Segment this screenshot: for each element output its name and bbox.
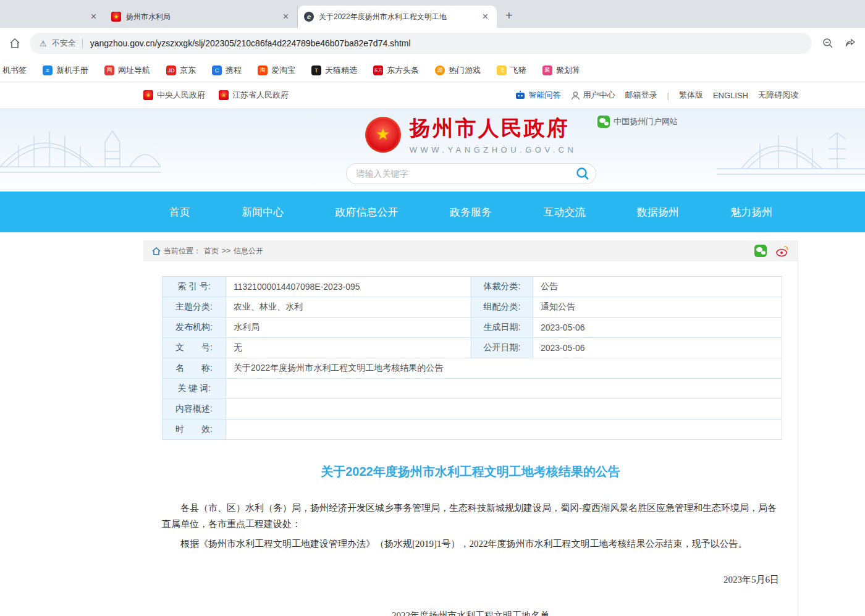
search-icon[interactable] [575,166,590,181]
tab-partial[interactable]: × [0,6,105,28]
bookmark-item[interactable]: JD 京东 [166,65,196,76]
tab-title: 关于2022年度扬州市水利工程文明工地 [319,12,475,22]
article-paragraph: 根据《扬州市水利工程文明工地建设管理办法》（扬水规[2019]1号），2022年… [162,536,779,552]
juhuasuan-icon: 聚 [542,65,552,75]
gov-link-label: 中央人民政府 [157,90,205,101]
bookmarks-bar: 机书签 ≡ 新机手册 网 网址导航 JD 京东 C 携程 淘 爱淘宝 T 天猫精… [0,59,865,82]
nav-interaction[interactable]: 互动交流 [543,205,585,219]
meta-label: 索 引 号: [162,277,226,297]
bookmark-item[interactable]: ≡ 新机手册 [43,65,88,76]
tab-water-bureau[interactable]: ★ 扬州市水利局 × [105,6,298,28]
meta-label: 组配分类: [471,297,533,318]
document-meta-table: 索 引 号: 11321000014407098E-2023-095 体裁分类:… [162,276,782,440]
site-favicon-icon: e [304,12,314,22]
meta-value: 农业、林业、水利 [226,297,471,318]
util-link-label: 邮箱登录 [625,90,657,101]
nav-data[interactable]: 数据扬州 [637,205,679,219]
not-secure-warning-icon: ⚠ [40,39,47,48]
meta-label: 时 效: [162,420,226,440]
meta-label: 关 键 词: [162,379,226,399]
bookmark-item[interactable]: 机书签 [2,65,27,76]
security-label[interactable]: 不安全 [52,38,76,49]
national-emblem-icon: ★ [365,117,401,153]
bookmark-label: 京东 [180,65,196,76]
home-icon[interactable] [9,37,21,49]
home-icon [152,247,161,255]
share-icon[interactable] [844,37,856,49]
breadcrumb-separator: >> [222,247,230,255]
gov-emblem-icon: ★ [111,12,121,22]
site-url-text: WWW.YANGZHOU.GOV.CN [410,145,577,154]
link-smart-qa[interactable]: 智能问答 [515,90,561,101]
meta-value [226,420,782,440]
address-bar: ⚠ 不安全 yangzhou.gov.cn/yzszxxgk/slj/20230… [0,28,865,59]
divider: | [667,91,669,100]
bookmark-label: 飞猪 [510,65,526,76]
bookmark-label: 新机手册 [56,65,88,76]
meta-label: 名 称: [162,358,226,379]
link-accessibility[interactable]: 无障碍阅读 [758,90,798,101]
bookmark-item[interactable]: 游 热门游戏 [435,65,481,76]
breadcrumb-current-link[interactable]: 信息公开 [234,246,263,256]
meta-value: 2023-05-06 [533,338,782,358]
divider [82,38,83,48]
meta-label: 内容概述: [162,399,226,420]
close-icon[interactable]: × [88,11,99,23]
nav-home[interactable]: 首页 [169,205,190,219]
link-user-center[interactable]: 用户中心 [571,90,615,101]
link-english[interactable]: ENGLISH [713,91,748,100]
nav-services[interactable]: 政务服务 [450,205,492,219]
tab-active-announcement[interactable]: e 关于2022年度扬州市水利工程文明工地 × [298,6,497,28]
article-title: 关于2022年度扬州市水利工程文明工地考核结果的公告 [143,463,798,480]
meta-value: 水利局 [226,318,471,338]
bookmark-label: 天猫精选 [325,65,357,76]
url-text[interactable]: yangzhou.gov.cn/yzszxxgk/slj/202305/210c… [90,38,411,48]
util-link-label: 繁体版 [679,90,703,101]
games-icon: 游 [435,65,445,75]
util-link-label: 用户中心 [583,90,615,101]
robot-icon [515,90,526,100]
share-weibo-icon[interactable] [775,244,789,258]
bookmark-item[interactable]: T 天猫精选 [311,65,357,76]
jd-icon: JD [166,65,176,75]
bookmark-item[interactable]: C 携程 [212,65,242,76]
link-traditional-chinese[interactable]: 繁体版 [679,90,703,101]
meta-label: 体裁分类: [471,277,533,297]
search-input[interactable] [346,163,596,184]
bookmark-label: 聚划算 [556,65,580,76]
portal-site-link[interactable]: 中国扬州门户网站 [597,116,678,128]
close-icon[interactable]: × [281,11,291,23]
page-content: 当前位置： 首页 >> 信息公开 索 引 号: 1132100001440709… [0,240,865,616]
breadcrumb-home-link[interactable]: 首页 [204,246,219,256]
bookmark-item[interactable]: 网 网址导航 [104,65,150,76]
utility-bar: ★ 中央人民政府 ★ 江苏省人民政府 智能问答 用户中心 邮箱登录 | 繁体版 [0,82,865,108]
article-date: 2023年5月6日 [143,572,779,588]
nav-charm[interactable]: 魅力扬州 [730,205,772,219]
bookmark-item[interactable]: 聚 聚划算 [542,65,580,76]
gov-link-label: 江苏省人民政府 [232,90,289,101]
nav-site-icon: 网 [104,65,114,75]
table-row: 关 键 词: [162,379,782,399]
nav-news[interactable]: 新闻中心 [242,205,284,219]
toutiao-icon: 东方 [373,65,383,75]
table-row: 时 效: [162,420,782,440]
close-icon[interactable]: × [480,11,491,23]
site-header-banner: ★ 扬州市人民政府 WWW.YANGZHOU.GOV.CN 中国扬州门户网站 [0,108,865,192]
bookmark-item[interactable]: 飞 飞猪 [497,65,526,76]
new-tab-button[interactable]: + [505,9,513,23]
meta-value: 无 [226,338,471,358]
bookmark-item[interactable]: 东方 东方头条 [373,65,419,76]
meta-label: 主题分类: [162,297,226,318]
nav-gov-info[interactable]: 政府信息公开 [335,205,399,219]
user-icon [571,91,580,100]
zoom-out-icon[interactable] [822,37,834,49]
site-title: 扬州市人民政府 [410,114,577,143]
link-central-gov[interactable]: ★ 中央人民政府 [143,90,205,101]
taobao-icon: 淘 [258,65,268,75]
url-input[interactable]: ⚠ 不安全 yangzhou.gov.cn/yzszxxgk/slj/20230… [30,33,812,54]
table-row: 内容概述: [162,399,782,420]
link-mail-login[interactable]: 邮箱登录 [625,90,657,101]
share-wechat-icon[interactable] [754,245,767,257]
bookmark-item[interactable]: 淘 爱淘宝 [258,65,295,76]
link-jiangsu-gov[interactable]: ★ 江苏省人民政府 [219,90,289,101]
